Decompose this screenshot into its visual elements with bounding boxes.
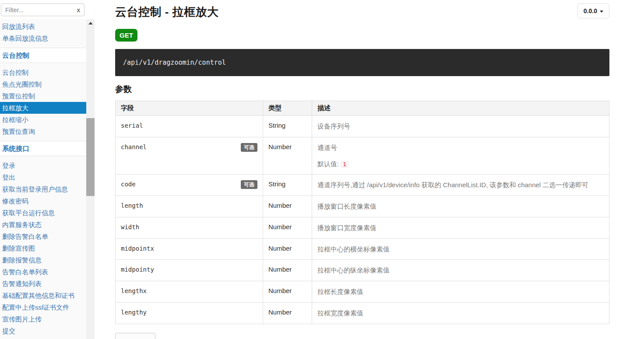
default-label: 默认值: <box>317 160 339 168</box>
sidebar-item[interactable]: 删除报警信息 <box>0 254 86 266</box>
param-field-name: code <box>121 181 136 188</box>
column-header-field: 字段 <box>116 101 263 116</box>
param-description-cell: 播放窗口宽度像素值 <box>312 217 609 238</box>
default-value-code: 1 <box>341 161 348 168</box>
sidebar-item[interactable]: 修改密码 <box>0 195 86 207</box>
param-field-cell: lengthy <box>116 302 263 324</box>
sidebar-item[interactable]: 基础配置其他信息和证书 <box>0 290 86 301</box>
filter-input[interactable] <box>1 3 84 16</box>
sidebar-item[interactable]: 拉框放大 <box>0 102 86 114</box>
main-content: 云台控制 - 拉框放大 0.0.0 GET /api/v1/dragzoomin… <box>95 0 644 339</box>
param-description-cell: 拉框中心的横坐标像素值 <box>312 238 609 260</box>
param-description: 拉框中心的横坐标像素值 <box>317 245 604 254</box>
param-type: Number <box>263 238 312 260</box>
param-row: midpointyNumber拉框中心的纵坐标像素值 <box>116 260 609 281</box>
sidebar-scrollbar[interactable] <box>86 19 95 339</box>
parameters-heading: 参数 <box>115 84 609 95</box>
param-description-cell: 设备序列号 <box>312 116 609 137</box>
param-field-cell: midpointx <box>116 238 263 260</box>
param-description-cell: 拉框长度像素值 <box>312 281 609 303</box>
filter-clear-icon[interactable]: x <box>77 6 81 14</box>
param-description-cell: 播放窗口长度像素值 <box>312 196 609 217</box>
parameters-header-row: 字段 类型 描述 <box>116 101 609 116</box>
param-field-name: midpointy <box>121 266 154 273</box>
sample-request-button[interactable] <box>115 333 155 339</box>
sidebar-section-header: 系统接口 <box>0 141 86 156</box>
sidebar-item[interactable]: 告警白名单列表 <box>0 266 86 278</box>
sidebar-filter-area: x <box>0 0 95 19</box>
sidebar-section-header: 云台控制 <box>0 48 86 63</box>
sidebar-item[interactable]: 预置位查询 <box>0 126 86 137</box>
param-field-cell: length <box>116 196 263 217</box>
param-description-cell: 通道序列号,通过 /api/v1/device/info 获取的 Channel… <box>312 175 609 196</box>
sidebar-item[interactable]: 登出 <box>0 171 86 183</box>
param-type: Number <box>263 217 312 238</box>
scrollbar-thumb[interactable] <box>86 118 95 196</box>
sidebar: x 回放流列表单条回放流信息云台控制云台控制焦点光圈控制预置位控制拉框放大拉框缩… <box>0 0 95 339</box>
param-row: lengthyNumber拉框宽度像素值 <box>116 302 609 324</box>
http-method-badge: GET <box>115 29 137 42</box>
endpoint-url: /api/v1/dragzoomin/control <box>123 59 226 66</box>
version-label: 0.0.0 <box>584 7 597 14</box>
sidebar-item[interactable]: 回放流列表 <box>0 21 86 32</box>
param-row: code可选String通道序列号,通过 /api/v1/device/info… <box>116 175 609 196</box>
sidebar-item[interactable]: 拉框缩小 <box>0 114 86 126</box>
column-header-description: 描述 <box>312 101 609 116</box>
param-field-cell: code可选 <box>116 175 263 196</box>
sidebar-item[interactable]: 登录 <box>0 160 86 171</box>
optional-badge: 可选 <box>241 143 257 152</box>
param-default: 默认值: 1 <box>317 159 604 169</box>
sidebar-item[interactable]: 删除告警白名单 <box>0 231 86 242</box>
sidebar-item[interactable]: 内置服务状态 <box>0 219 86 231</box>
param-description: 播放窗口长度像素值 <box>317 202 604 211</box>
sidebar-item[interactable]: 获取平台运行信息 <box>0 207 86 219</box>
param-row: lengthNumber播放窗口长度像素值 <box>116 196 609 217</box>
parameters-table-head: 字段 类型 描述 <box>116 101 609 116</box>
param-row: widthNumber播放窗口宽度像素值 <box>116 217 609 238</box>
param-type: Number <box>263 196 312 217</box>
param-field-cell: lengthx <box>116 281 263 303</box>
param-field-name: lengthx <box>121 287 147 294</box>
param-type: String <box>263 116 312 137</box>
version-select[interactable]: 0.0.0 <box>577 3 609 18</box>
param-field-cell: midpointy <box>116 260 263 281</box>
params-table-body: serialString设备序列号channel可选Number通道号默认值: … <box>116 116 609 324</box>
scrollbar-up-arrow-icon <box>88 22 93 24</box>
sidebar-item[interactable]: 提交 <box>0 325 86 337</box>
sidebar-item[interactable]: 焦点光圈控制 <box>0 78 86 90</box>
param-field-name: channel <box>121 143 147 150</box>
sidebar-nav: 回放流列表单条回放流信息云台控制云台控制焦点光圈控制预置位控制拉框放大拉框缩小预… <box>0 19 86 339</box>
param-field-name: width <box>121 224 139 231</box>
sidebar-item[interactable]: 告警通知列表 <box>0 278 86 290</box>
param-row: serialString设备序列号 <box>116 116 609 137</box>
sidebar-item[interactable]: 配置中上传ssl证书文件 <box>0 301 86 313</box>
param-field-cell: serial <box>116 116 263 137</box>
param-description: 通道序列号,通过 /api/v1/device/info 获取的 Channel… <box>317 180 604 190</box>
param-description-cell: 拉框宽度像素值 <box>312 302 609 324</box>
sidebar-item[interactable]: 预置位控制 <box>0 90 86 102</box>
sidebar-item[interactable]: 宣传图片上传 <box>0 313 86 325</box>
filter-input-wrap: x <box>1 3 84 16</box>
param-type: Number <box>263 302 312 324</box>
param-description: 播放窗口宽度像素值 <box>317 223 604 233</box>
column-header-type: 类型 <box>263 101 312 116</box>
param-field-name: serial <box>121 122 143 129</box>
param-field-name: midpointx <box>121 245 154 252</box>
param-description-cell: 拉框中心的纵坐标像素值 <box>312 260 609 281</box>
param-type: Number <box>263 281 312 303</box>
sidebar-item[interactable]: 删除宣传图 <box>0 242 86 254</box>
parameters-table: 字段 类型 描述 serialString设备序列号channel可选Numbe… <box>115 101 609 324</box>
param-type: Number <box>263 137 312 175</box>
param-type: Number <box>263 260 312 281</box>
sidebar-item[interactable]: 单条回放流信息 <box>0 32 86 44</box>
chevron-down-icon <box>600 10 603 13</box>
param-field-cell: channel可选 <box>116 137 263 175</box>
sidebar-item[interactable]: 获取当前登录用户信息 <box>0 183 86 195</box>
param-row: lengthxNumber拉框长度像素值 <box>116 281 609 303</box>
param-description: 通道号 <box>317 143 604 153</box>
scrollbar-up-button[interactable] <box>86 19 95 27</box>
optional-badge: 可选 <box>241 180 257 189</box>
param-row: channel可选Number通道号默认值: 1 <box>116 137 609 175</box>
param-description: 拉框宽度像素值 <box>317 308 604 318</box>
sidebar-item[interactable]: 云台控制 <box>0 66 86 78</box>
